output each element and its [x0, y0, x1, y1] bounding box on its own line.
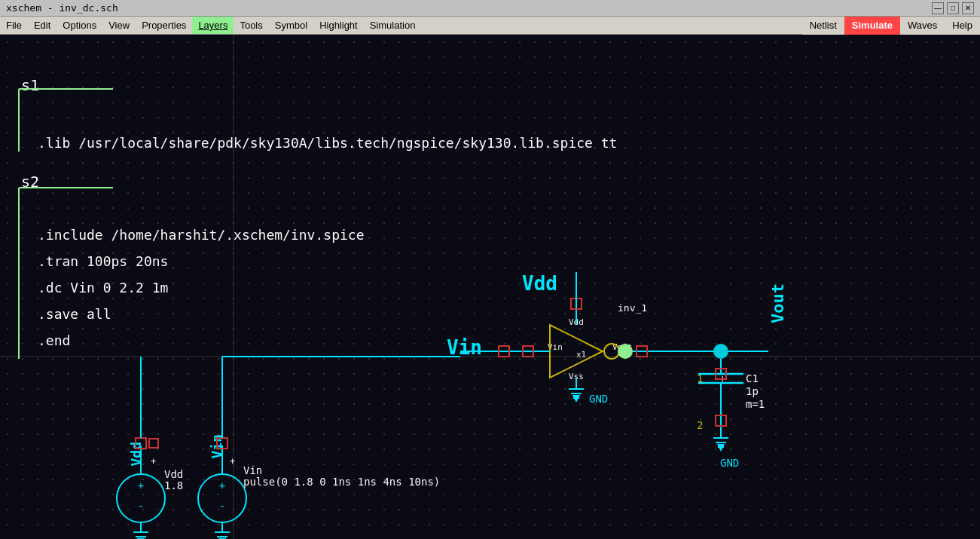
vout-pin-label: Vout — [612, 342, 633, 352]
svg-point-25 — [713, 344, 728, 359]
waves-button[interactable]: Waves — [900, 17, 945, 35]
menu-properties[interactable]: Properties — [136, 17, 192, 34]
svg-rect-19 — [523, 346, 533, 357]
vin-src-label: Vin — [243, 464, 262, 476]
menu-options[interactable]: Options — [56, 17, 102, 34]
right-menu: Netlist Simulate Waves Help — [802, 17, 980, 35]
svg-marker-36 — [717, 444, 725, 452]
vin-pin-label: Vin — [548, 342, 563, 352]
svg-point-37 — [117, 474, 165, 522]
s1-label: s1 — [21, 76, 39, 94]
titlebar-title: xschem - inv_dc.sch — [6, 2, 118, 14]
menu-simulation[interactable]: Simulation — [364, 17, 422, 34]
cap-label: C1 — [746, 372, 759, 384]
svg-rect-31 — [716, 369, 726, 379]
svg-rect-24 — [637, 346, 647, 357]
cap-m: m=1 — [746, 398, 765, 410]
svg-text:+: + — [151, 456, 156, 467]
netlist-button[interactable]: Netlist — [802, 17, 844, 35]
lib-text: .lib /usr/local/share/pdk/sky130A/libs.t… — [38, 135, 617, 151]
tran-text: .tran 100ps 20ns — [38, 253, 168, 269]
close-button[interactable]: ✕ — [962, 2, 974, 14]
menu-edit[interactable]: Edit — [28, 17, 56, 34]
minimize-button[interactable]: — — [932, 2, 944, 14]
cap-plus: + — [719, 372, 725, 384]
vdd-top-label: Vdd — [522, 272, 557, 295]
menubar: File Edit Options View Properties Layers… — [0, 17, 980, 35]
inv1-label: inv_1 — [618, 302, 647, 314]
svg-text:-: - — [219, 500, 225, 512]
dc-text: .dc Vin 0 2.2 1m — [38, 280, 168, 296]
cap-node1: 1 — [697, 372, 703, 384]
menu-symbol[interactable]: Symbol — [269, 17, 313, 34]
titlebar: xschem - inv_dc.sch — □ ✕ — [0, 0, 980, 17]
menu-file[interactable]: File — [0, 17, 28, 34]
svg-text:+: + — [230, 456, 235, 467]
svg-point-7 — [604, 344, 619, 359]
cap-value: 1p — [746, 385, 759, 397]
menu-view[interactable]: View — [102, 17, 136, 34]
svg-rect-51 — [217, 438, 227, 449]
maximize-button[interactable]: □ — [947, 2, 959, 14]
svg-rect-18 — [499, 346, 509, 357]
vss-pin-label: Vss — [569, 372, 584, 381]
gnd-label-3: GND — [589, 393, 608, 405]
svg-text:-: - — [138, 500, 144, 512]
menu-layers[interactable]: Layers — [192, 17, 234, 34]
schematic-canvas[interactable]: s1 .lib /usr/local/share/pdk/sky130A/lib… — [0, 35, 980, 539]
svg-marker-16 — [572, 395, 580, 403]
circuit-diagram: + - + - — [0, 35, 980, 539]
vdd-src-label: Vdd — [164, 468, 183, 480]
vin-left-label: Vin — [209, 434, 224, 459]
simulate-button[interactable]: Simulate — [844, 17, 900, 35]
svg-marker-6 — [550, 325, 603, 378]
vin-mid-label: Vin — [447, 336, 482, 359]
titlebar-controls: — □ ✕ — [932, 2, 974, 14]
svg-point-22 — [618, 344, 633, 359]
svg-rect-11 — [571, 299, 582, 309]
vdd-left-label: Vdd — [128, 442, 144, 467]
vout-label: Vout — [768, 283, 787, 323]
help-button[interactable]: Help — [945, 17, 980, 35]
svg-text:+: + — [219, 479, 225, 492]
svg-rect-41 — [136, 438, 146, 449]
menu-tools[interactable]: Tools — [234, 17, 268, 34]
s2-label: s2 — [21, 173, 39, 191]
svg-text:+: + — [138, 479, 144, 492]
svg-point-47 — [198, 474, 246, 522]
save-text: .save all — [38, 306, 111, 322]
svg-rect-32 — [716, 415, 726, 426]
include-text: .include /home/harshit/.xschem/inv.spice — [38, 227, 364, 243]
vdd-src-value: 1.8 — [164, 479, 183, 492]
end-text: .end — [38, 332, 70, 348]
svg-rect-61 — [149, 439, 158, 448]
x1-label: x1 — [576, 350, 586, 360]
menu-highlight[interactable]: Highlight — [313, 17, 364, 34]
cap-node2: 2 — [697, 419, 703, 431]
vdd-pin-label: Vdd — [569, 317, 584, 327]
vin-src-value: pulse(0 1.8 0 1ns 1ns 4ns 10ns) — [243, 476, 440, 488]
gnd-label-4: GND — [720, 457, 739, 469]
